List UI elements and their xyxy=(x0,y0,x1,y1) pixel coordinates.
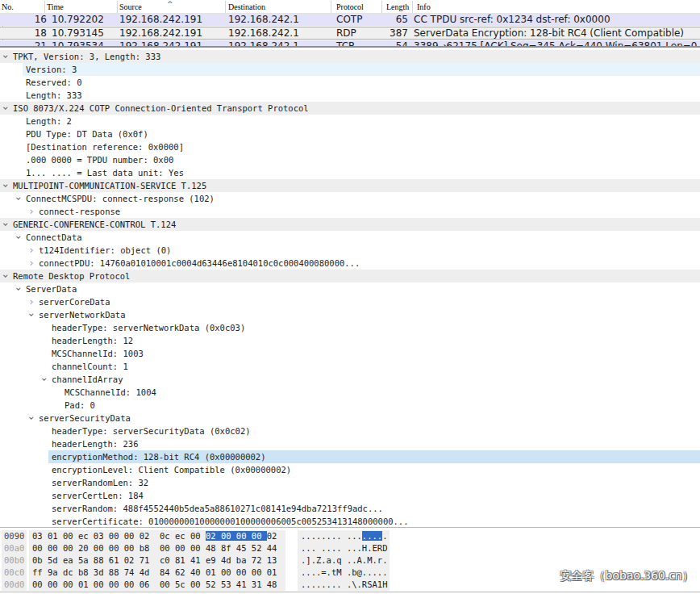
column-header-destination[interactable]: Destination xyxy=(228,2,265,11)
tree-row[interactable]: Length: 333 xyxy=(0,89,700,102)
chevron-expanded-icon[interactable]: › xyxy=(38,375,51,383)
column-header-no[interactable]: No. xyxy=(2,2,14,11)
packet-list-header[interactable]: No.TimeSourceDestinationProtocolLengthIn… xyxy=(0,0,700,14)
tree-row[interactable]: MCSChannelId: 1004 xyxy=(0,386,700,399)
tree-row[interactable]: ›serverSecurityData xyxy=(0,412,700,425)
chevron-expanded-icon[interactable]: › xyxy=(0,272,12,280)
hex-row-0090[interactable]: 009003 01 00 ec 03 00 00 02 0c ec 00 02 … xyxy=(0,530,700,542)
column-header-time[interactable]: Time xyxy=(47,2,64,11)
packet-row-18[interactable]: 1810.793145192.168.242.191192.168.242.1R… xyxy=(0,27,700,40)
tree-row[interactable]: serverCertLen: 184 xyxy=(0,489,700,502)
tree-row-label: serverSecurityData xyxy=(39,412,131,425)
column-header-source[interactable]: Source xyxy=(119,2,142,11)
pane-splitter-top[interactable] xyxy=(0,46,700,48)
tree-row-label: Remote Desktop Protocol xyxy=(13,270,130,282)
tree-row-label: encryptionMethod: 128-bit RC4 (0x0000000… xyxy=(52,450,266,463)
chevron-expanded-icon[interactable]: › xyxy=(0,220,12,228)
chevron-collapsed-icon[interactable]: › xyxy=(27,257,35,270)
chevron-collapsed-icon[interactable]: › xyxy=(27,244,35,257)
chevron-expanded-icon[interactable]: › xyxy=(12,285,25,293)
hex-ascii[interactable]: ....=.tM .b@..... xyxy=(301,567,387,579)
tree-row[interactable]: channelCount: 1 xyxy=(0,360,700,373)
tree-row-label: TPKT, Version: 3, Length: 333 xyxy=(13,50,160,63)
tree-row[interactable]: ›connectPDU: 14760a01010001c0004d63446e8… xyxy=(0,257,700,270)
cell-time: 10.793145 xyxy=(52,27,104,40)
tree-row-label: MULTIPOINT-COMMUNICATION-SERVICE T.125 xyxy=(13,179,206,192)
chevron-expanded-icon[interactable]: › xyxy=(12,233,25,241)
tree-row[interactable]: ›ConnectData xyxy=(0,231,700,244)
chevron-expanded-icon[interactable]: › xyxy=(0,104,12,112)
tree-row[interactable]: ›ISO 8073/X.224 COTP Connection-Oriented… xyxy=(0,102,700,115)
tree-row[interactable]: headerType: serverNetworkData (0x0c03) xyxy=(0,321,700,334)
tree-row[interactable]: ›serverCoreData xyxy=(0,295,700,308)
tree-row[interactable]: ›connect-response xyxy=(0,205,700,218)
packet-row-21[interactable]: 2110.793534192.168.242.191192.168.242.1T… xyxy=(0,40,700,46)
column-separator[interactable] xyxy=(412,1,413,13)
hex-ascii[interactable]: ... .... ...H.ERD xyxy=(301,542,387,554)
tree-row-label: headerLength: 12 xyxy=(52,334,133,347)
tree-row[interactable]: ›ServerData xyxy=(0,282,700,295)
tree-row[interactable]: serverRandom: 488f4552440b5dea5a88610271… xyxy=(0,502,700,515)
tree-row[interactable]: serverCertificate: 010000000100000001000… xyxy=(0,515,700,528)
tree-row[interactable]: ›TPKT, Version: 3, Length: 333 xyxy=(0,50,700,63)
chevron-collapsed-icon[interactable]: › xyxy=(27,205,35,218)
column-separator[interactable] xyxy=(44,1,45,13)
tree-row[interactable]: ›GENERIC-CONFERENCE-CONTROL T.124 xyxy=(0,218,700,231)
hex-ascii[interactable]: ........ ........ xyxy=(301,530,387,542)
packet-row-16[interactable]: 1610.792202192.168.242.191192.168.242.1C… xyxy=(0,14,700,26)
cell-info: ServerData Encryption: 128-bit RC4 (Clie… xyxy=(414,27,684,40)
chevron-collapsed-icon[interactable]: › xyxy=(27,295,35,308)
tree-row[interactable]: ›ConnectMCSPDU: connect-response (102) xyxy=(0,192,700,205)
column-separator[interactable] xyxy=(117,1,118,13)
column-header-info[interactable]: Info xyxy=(417,2,431,11)
hex-bytes[interactable]: 0b 5d ea 5a 88 61 02 71 c0 81 41 e9 4d b… xyxy=(32,554,277,567)
tree-row[interactable]: headerLength: 12 xyxy=(0,334,700,347)
tree-row-label: Length: 333 xyxy=(26,89,82,102)
tree-row[interactable]: Version: 3 xyxy=(0,63,700,76)
hex-row-00a0[interactable]: 00a000 00 00 20 00 00 00 b8 00 00 00 48 … xyxy=(0,542,700,554)
chevron-expanded-icon[interactable]: › xyxy=(0,52,12,61)
chevron-expanded-icon[interactable]: › xyxy=(0,182,12,190)
tree-row[interactable]: ›Remote Desktop Protocol xyxy=(0,270,700,282)
hex-bytes[interactable]: 03 01 00 ec 03 00 00 02 0c ec 00 02 00 0… xyxy=(32,530,277,542)
hex-ascii[interactable]: .].Z.a.q ..A.M.r. xyxy=(301,554,387,567)
chevron-expanded-icon[interactable]: › xyxy=(25,311,38,319)
tree-row[interactable]: encryptionLevel: Client Compatible (0x00… xyxy=(0,463,700,476)
hex-row-00b0[interactable]: 00b00b 5d ea 5a 88 61 02 71 c0 81 41 e9 … xyxy=(0,554,700,567)
chevron-expanded-icon[interactable]: › xyxy=(12,195,25,203)
tree-row[interactable]: [Destination reference: 0x0000] xyxy=(0,140,700,153)
hex-bytes[interactable]: 00 00 00 20 00 00 00 b8 00 00 00 48 8f 4… xyxy=(32,542,277,554)
tree-row[interactable]: headerType: serverSecurityData (0x0c02) xyxy=(0,425,700,437)
tree-row[interactable]: ›channelIdArray xyxy=(0,373,700,386)
hex-ascii[interactable]: ........ .\.RSA1H xyxy=(301,579,387,591)
tree-row-label: Version: 3 xyxy=(26,63,77,76)
tree-row[interactable]: serverRandomLen: 32 xyxy=(0,476,700,489)
tree-row[interactable]: PDU Type: DT Data (0x0f) xyxy=(0,128,700,140)
tree-row-label: [Destination reference: 0x0000] xyxy=(26,140,184,153)
hex-offset: 00c0 xyxy=(4,567,24,579)
tree-row[interactable]: ›MULTIPOINT-COMMUNICATION-SERVICE T.125 xyxy=(0,179,700,192)
tree-row[interactable]: ›t124Identifier: object (0) xyxy=(0,244,700,257)
tree-row[interactable]: MCSChannelId: 1003 xyxy=(0,347,700,360)
tree-row[interactable]: headerLength: 236 xyxy=(0,437,700,450)
tree-row[interactable]: Length: 2 xyxy=(0,115,700,128)
tree-row[interactable]: 1... .... = Last data unit: Yes xyxy=(0,166,700,179)
hex-offset: 00a0 xyxy=(4,542,24,554)
hex-bytes[interactable]: 00 00 00 01 00 00 00 06 00 5c 00 52 53 4… xyxy=(32,579,277,591)
tree-row[interactable]: encryptionMethod: 128-bit RC4 (0x0000000… xyxy=(0,450,700,463)
tree-row[interactable]: Pad: 0 xyxy=(0,399,700,412)
tree-row-label: ISO 8073/X.224 COTP Connection-Oriented … xyxy=(13,102,309,115)
hex-offset: 00d0 xyxy=(4,579,24,591)
chevron-expanded-icon[interactable]: › xyxy=(25,414,38,422)
column-separator[interactable] xyxy=(381,1,382,13)
column-header-protocol[interactable]: Protocol xyxy=(336,2,364,11)
column-separator[interactable] xyxy=(331,1,331,13)
pane-splitter-bottom[interactable] xyxy=(0,527,700,528)
tree-row[interactable]: ›serverNetworkData xyxy=(0,308,700,321)
column-separator[interactable] xyxy=(225,1,226,13)
tree-row[interactable]: .000 0000 = TPDU number: 0x00 xyxy=(0,153,700,166)
hex-bytes[interactable]: ff 9a dc b8 3d 88 74 4d 84 62 40 01 00 0… xyxy=(32,567,277,579)
packet-list: No.TimeSourceDestinationProtocolLengthIn… xyxy=(0,0,700,46)
tree-row[interactable]: Reserved: 0 xyxy=(0,76,700,89)
column-header-length[interactable]: Length xyxy=(386,2,409,11)
